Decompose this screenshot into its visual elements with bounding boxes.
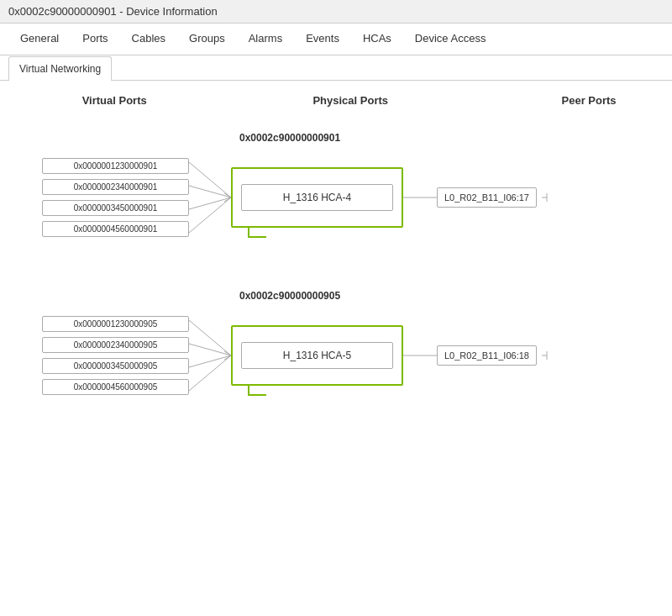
main-tab-general[interactable]: General <box>8 24 71 55</box>
physical-label-1: 0x0002c90000000905 <box>239 290 655 302</box>
connector-svg-1 <box>189 305 231 406</box>
sub-tab-virtual-networking[interactable]: Virtual Networking <box>8 56 112 81</box>
svg-line-10 <box>189 355 231 391</box>
svg-line-0 <box>189 162 231 197</box>
main-tab-groups[interactable]: Groups <box>177 24 237 55</box>
virtual-ports-1: 0x00000012300009050x00000023400009050x00… <box>42 316 189 395</box>
main-tabs: GeneralPortsCablesGroupsAlarmsEventsHCAs… <box>0 24 672 55</box>
svg-line-9 <box>189 355 231 367</box>
physical-container-1: H_1316 HCA-5 <box>231 325 403 386</box>
main-tab-alarms[interactable]: Alarms <box>237 24 294 55</box>
content-area: Virtual Ports Physical Ports Peer Ports … <box>0 81 672 616</box>
virtual-port-0-0[interactable]: 0x0000001230000901 <box>42 158 189 174</box>
right-bracket-1 <box>537 330 547 381</box>
window-title: 0x0002c90000000901 - Device Information <box>8 5 218 18</box>
col-header-peer: Peer Ports <box>531 94 647 107</box>
virtual-port-1-0[interactable]: 0x0000001230000905 <box>42 316 189 332</box>
col-header-physical: Physical Ports <box>270 94 430 107</box>
peer-port-0[interactable]: L0_R02_B11_I06:17 <box>437 187 537 208</box>
main-tab-ports[interactable]: Ports <box>71 24 119 55</box>
physical-box-1[interactable]: H_1316 HCA-5 <box>241 342 393 369</box>
main-tab-cables[interactable]: Cables <box>120 24 177 55</box>
device-section-0: 0x0002c900000009010x00000012300009010x00… <box>17 132 655 248</box>
virtual-port-0-2[interactable]: 0x0000003450000901 <box>42 200 189 216</box>
col-header-virtual: Virtual Ports <box>42 94 186 107</box>
physical-label-0: 0x0002c90000000901 <box>239 132 655 144</box>
virtual-port-0-1[interactable]: 0x0000002340000901 <box>42 179 189 195</box>
title-bar: 0x0002c90000000901 - Device Information <box>0 0 672 24</box>
peer-connector-svg-0 <box>403 172 437 223</box>
main-tab-hcas[interactable]: HCAs <box>351 24 403 55</box>
physical-container-0: H_1316 HCA-4 <box>231 167 403 228</box>
peer-connector-svg-1 <box>403 330 437 381</box>
sub-tabs: Virtual Networking <box>0 55 672 81</box>
virtual-ports-0: 0x00000012300009010x00000023400009010x00… <box>42 158 189 237</box>
device-section-1: 0x0002c900000009050x00000012300009050x00… <box>17 290 655 406</box>
right-bracket-0 <box>537 172 547 223</box>
devices-container: 0x0002c900000009010x00000012300009010x00… <box>17 132 655 406</box>
columns-header: Virtual Ports Physical Ports Peer Ports <box>17 94 655 107</box>
svg-line-3 <box>189 197 231 233</box>
svg-line-7 <box>189 320 231 355</box>
physical-box-0[interactable]: H_1316 HCA-4 <box>241 184 393 211</box>
svg-line-8 <box>189 344 231 355</box>
virtual-port-1-2[interactable]: 0x0000003450000905 <box>42 358 189 374</box>
main-tab-events[interactable]: Events <box>294 24 351 55</box>
peer-port-1[interactable]: L0_R02_B11_I06:18 <box>437 345 537 366</box>
connector-svg-0 <box>189 147 231 248</box>
virtual-port-0-3[interactable]: 0x0000004560000901 <box>42 221 189 237</box>
main-tab-device-access[interactable]: Device Access <box>403 24 498 55</box>
svg-line-1 <box>189 186 231 197</box>
virtual-port-1-1[interactable]: 0x0000002340000905 <box>42 337 189 353</box>
svg-line-2 <box>189 197 231 209</box>
virtual-port-1-3[interactable]: 0x0000004560000905 <box>42 379 189 395</box>
